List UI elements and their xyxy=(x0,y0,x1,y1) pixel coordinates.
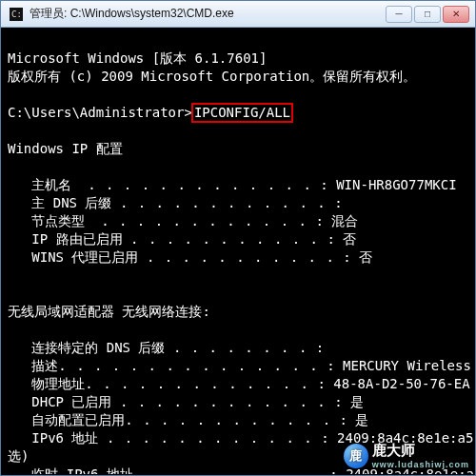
adapter-dhcp: DHCP 已启用 . . . . . . . . . . . . : 是 xyxy=(8,394,364,409)
host-wins: WINS 代理已启用 . . . . . . . . . . . : 否 xyxy=(8,249,372,265)
adapter-autocfg: 自动配置已启用. . . . . . . . . . . . : 是 xyxy=(8,412,368,427)
adapter-dns-suffix: 连接特定的 DNS 后缀 . . . . . . . . : xyxy=(8,340,332,355)
section-adapter: 无线局域网适配器 无线网络连接: xyxy=(8,304,210,319)
close-button[interactable]: ✕ xyxy=(443,6,469,23)
window-controls: ─ □ ✕ xyxy=(384,6,469,23)
host-name: 主机名 . . . . . . . . . . . . . : WIN-HR8G… xyxy=(8,177,457,192)
maximize-button[interactable]: □ xyxy=(414,6,441,23)
host-node: 节点类型 . . . . . . . . . . . . : 混合 xyxy=(8,213,358,228)
adapter-temp-ipv6: 临时 IPv6 地址. . . . . . . . . . . : 2409:8… xyxy=(8,466,474,474)
banner-line-2: 版权所有 (c) 2009 Microsoft Corporation。保留所有… xyxy=(8,69,416,84)
adapter-pref: 选) xyxy=(8,448,29,464)
cmd-window: C: 管理员: C:\Windows\system32\CMD.exe ─ □ … xyxy=(0,0,476,476)
prompt-path: C:\Users\Administrator> xyxy=(8,105,192,120)
command-highlight: IPCONFIG/ALL xyxy=(192,104,292,122)
minimize-button[interactable]: ─ xyxy=(386,6,412,23)
cmd-icon: C: xyxy=(9,7,24,22)
adapter-ipv6: IPv6 地址 . . . . . . . . . . . . : 2409:8… xyxy=(8,430,474,446)
host-dns: 主 DNS 后缀 . . . . . . . . . . . . : xyxy=(8,195,350,210)
host-iprouting: IP 路由已启用 . . . . . . . . . . . : 否 xyxy=(8,231,356,247)
window-title: 管理员: C:\Windows\system32\CMD.exe xyxy=(30,6,384,22)
svg-text:C:: C: xyxy=(11,10,22,19)
section-ipconfig: Windows IP 配置 xyxy=(8,141,123,156)
adapter-mac: 物理地址. . . . . . . . . . . . . : 48-8A-D2… xyxy=(8,376,470,391)
adapter-desc: 描述. . . . . . . . . . . . . . . : MERCUR… xyxy=(8,358,474,373)
titlebar[interactable]: C: 管理员: C:\Windows\system32\CMD.exe ─ □ … xyxy=(1,1,475,28)
terminal-output[interactable]: Microsoft Windows [版本 6.1.7601] 版权所有 (c)… xyxy=(2,28,474,474)
prompt-line: C:\Users\Administrator>IPCONFIG/ALL xyxy=(8,105,292,120)
banner-line-1: Microsoft Windows [版本 6.1.7601] xyxy=(8,50,267,66)
